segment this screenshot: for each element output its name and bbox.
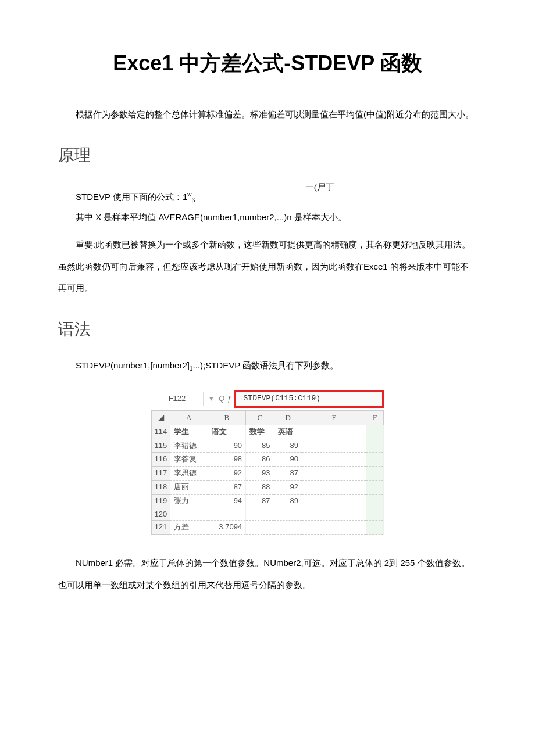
cell[interactable]: [274, 521, 302, 535]
cancel-icon[interactable]: Q: [215, 393, 228, 405]
cell[interactable]: 87: [246, 494, 274, 508]
cell[interactable]: 89: [274, 494, 302, 508]
spreadsheet-grid: ◢ A B C D E F 114 学生 语文 数学 英语 115 李猎德 90…: [151, 411, 384, 535]
cell[interactable]: 94: [208, 494, 246, 508]
cell[interactable]: 李猎德: [170, 439, 208, 453]
cell[interactable]: 85: [246, 439, 274, 453]
cell[interactable]: [246, 508, 274, 521]
select-all-corner[interactable]: ◢: [152, 411, 170, 425]
cell[interactable]: [274, 508, 302, 521]
cell[interactable]: 英语: [274, 425, 302, 439]
col-B[interactable]: B: [208, 411, 246, 425]
important-paragraph: 重要:此函数已被替换为一个或多个新函数，这些新数可提供更高的精确度，其名称更好地…: [58, 234, 477, 299]
cell[interactable]: 唐丽: [170, 480, 208, 494]
cell[interactable]: [170, 508, 208, 521]
formula-description: STDEVP 使用下面的公式：1wβ: [58, 188, 477, 206]
row-num[interactable]: 117: [152, 467, 170, 481]
cell[interactable]: [366, 453, 384, 467]
section-principle: 原理: [58, 142, 477, 169]
cell[interactable]: 学生: [170, 425, 208, 439]
cell[interactable]: [246, 521, 274, 535]
name-box[interactable]: F122: [151, 392, 204, 406]
syntax-part-a: STDEVP(number1,[number2]: [76, 360, 190, 370]
cell[interactable]: [302, 467, 366, 481]
page-title: Exce1 中方差公式-STDEVP 函数: [58, 46, 477, 80]
cell[interactable]: 90: [274, 453, 302, 467]
cell[interactable]: 90: [208, 439, 246, 453]
row-num[interactable]: 115: [152, 439, 170, 453]
section-syntax: 语法: [58, 317, 477, 343]
syntax-part-b: ...);STDEVP 函数语法具有下列参数。: [192, 360, 338, 370]
excel-screenshot: F122 ▾ Q f =STDEVP(C115:C119) ◢ A B C D …: [151, 388, 384, 535]
number1-paragraph: NUmber1 必需。对应于总体的第一个数值参数。NUmber2,可选。对应于总…: [58, 552, 477, 596]
col-A[interactable]: A: [170, 411, 208, 425]
cell[interactable]: [366, 480, 384, 494]
cell[interactable]: 87: [208, 480, 246, 494]
cell[interactable]: [302, 521, 366, 535]
col-D[interactable]: D: [274, 411, 302, 425]
cell[interactable]: [302, 425, 366, 439]
formula-pre: STDEVP 使用下面的公式：1: [76, 192, 187, 202]
table-row: 115 李猎德 90 85 89: [152, 439, 384, 453]
cell[interactable]: 92: [208, 467, 246, 481]
cell[interactable]: [366, 494, 384, 508]
formula-sup: w: [187, 191, 191, 198]
cell[interactable]: [302, 508, 366, 521]
cell[interactable]: 方差: [170, 521, 208, 535]
cell[interactable]: 86: [246, 453, 274, 467]
formula-sub: β: [192, 197, 195, 203]
table-row: 119 张力 94 87 89: [152, 494, 384, 508]
cell[interactable]: 李思德: [170, 467, 208, 481]
col-C[interactable]: C: [246, 411, 274, 425]
intro-paragraph: 根据作为参数给定的整个总体计算标准偏差。标准偏差可以测量值在平均值(中值)附近分…: [58, 103, 477, 126]
cell[interactable]: 88: [246, 480, 274, 494]
cell[interactable]: [302, 480, 366, 494]
table-row: 114 学生 语文 数学 英语: [152, 425, 384, 439]
formula-input[interactable]: =STDEVP(C115:C119): [234, 390, 384, 408]
cell[interactable]: 92: [274, 480, 302, 494]
table-row: 117 李思德 92 93 87: [152, 467, 384, 481]
col-F[interactable]: F: [366, 411, 384, 425]
cell[interactable]: [302, 453, 366, 467]
sample-paragraph: 其中 X 是样本平均值 AVERAGE(number1,number2,...)…: [58, 206, 477, 228]
row-num[interactable]: 116: [152, 453, 170, 467]
cell[interactable]: [302, 439, 366, 453]
cell[interactable]: [366, 508, 384, 521]
formula-bar-row: F122 ▾ Q f =STDEVP(C115:C119): [151, 388, 384, 411]
cell[interactable]: 张力: [170, 494, 208, 508]
cell[interactable]: [366, 439, 384, 453]
cell[interactable]: 89: [274, 439, 302, 453]
cell[interactable]: 语文: [208, 425, 246, 439]
cell[interactable]: 数学: [246, 425, 274, 439]
table-row: 116 李答复 98 86 90: [152, 453, 384, 467]
cell[interactable]: [208, 508, 246, 521]
cell[interactable]: [366, 467, 384, 481]
table-row: 121 方差 3.7094: [152, 521, 384, 535]
cell[interactable]: 87: [274, 467, 302, 481]
row-num[interactable]: 118: [152, 480, 170, 494]
cell[interactable]: [302, 494, 366, 508]
row-num[interactable]: 120: [152, 508, 170, 521]
table-row: 118 唐丽 87 88 92: [152, 480, 384, 494]
cell[interactable]: 3.7094: [208, 521, 246, 535]
table-row: 120: [152, 508, 384, 521]
column-header-row: ◢ A B C D E F: [152, 411, 384, 425]
row-num[interactable]: 114: [152, 425, 170, 439]
syntax-line: STDEVP(number1,[number2]1...);STDEVP 函数语…: [58, 354, 477, 377]
fx-icon[interactable]: f: [228, 393, 234, 405]
row-num[interactable]: 121: [152, 521, 170, 535]
namebox-dropdown-icon[interactable]: ▾: [204, 393, 215, 405]
cell[interactable]: 98: [208, 453, 246, 467]
cell[interactable]: 93: [246, 467, 274, 481]
cell[interactable]: 李答复: [170, 453, 208, 467]
formula-bar: Q f =STDEVP(C115:C119): [215, 390, 384, 408]
row-num[interactable]: 119: [152, 494, 170, 508]
cell[interactable]: [366, 425, 384, 439]
cell[interactable]: [366, 521, 384, 535]
col-E[interactable]: E: [302, 411, 366, 425]
